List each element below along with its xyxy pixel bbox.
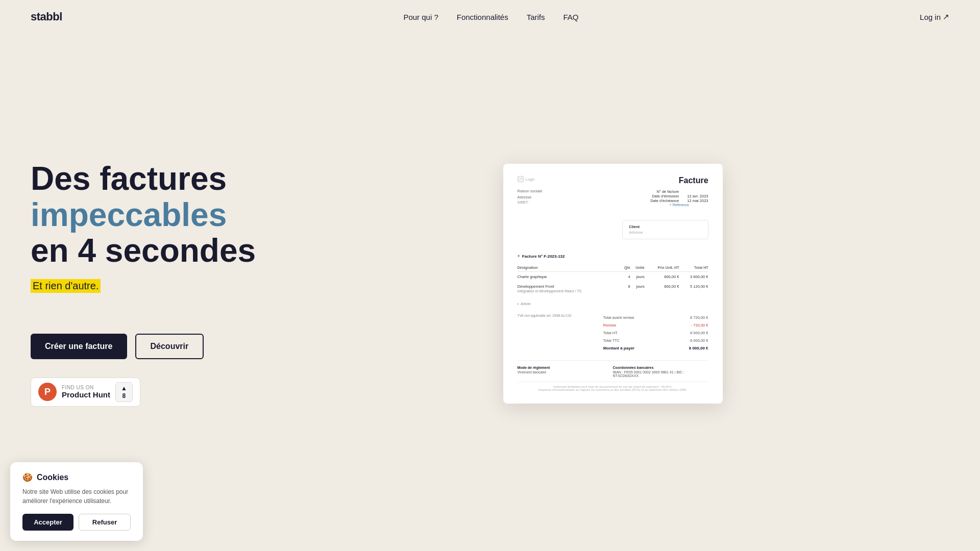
total-ttc-label: Total TTC [603, 338, 620, 343]
montant-a-payer: Montant à payer 8 000,00 € [603, 344, 708, 352]
remise-value: - 720,00 € [691, 323, 708, 328]
image-icon [518, 176, 524, 182]
login-link[interactable]: Log in ↗ [920, 12, 949, 21]
siret-field: SIRET : [518, 201, 543, 204]
invoice-meta-row: N° de facture Date d'émission Date d'éch… [650, 189, 708, 203]
hero-title-accent: impeccables [31, 196, 227, 233]
nav-link-faq[interactable]: FAQ [564, 13, 579, 21]
invoice-logo-box: Logo [518, 176, 543, 182]
login-label: Log in [920, 13, 941, 21]
invoice-title: Facture [650, 176, 708, 185]
cookie-title: 🍪 Cookies [22, 472, 131, 482]
invoice-number: + Facture N° F-2023-132 [518, 254, 708, 259]
total-ttc: Total TTC 8 000,00 € [603, 337, 708, 344]
row2-designation: Développement Front Intégration et dével… [518, 282, 621, 296]
cookie-description: Notre site Web utilise des cookies pour … [22, 487, 131, 506]
product-hunt-badge[interactable]: P FIND US ON Product Hunt ▲ 8 [31, 378, 140, 407]
montant-label: Montant à payer [603, 346, 634, 350]
upvote-count: 8 [122, 392, 126, 399]
col-price: Prix Unit. HT [645, 264, 679, 272]
discover-button[interactable]: Découvrir [135, 334, 204, 359]
invoice-labels: N° de facture Date d'émission Date d'éch… [650, 189, 679, 203]
row2-unit: jours [630, 282, 645, 296]
invoice-table: Désignation Qté Unité Prix Unit. HT Tota… [518, 264, 708, 296]
bank-col: Coordonnées bancaires IBAN : FR35 0001 0… [613, 366, 708, 378]
table-header-row: Désignation Qté Unité Prix Unit. HT Tota… [518, 264, 708, 272]
nav-links: Pour qui ? Fonctionnalités Tarifs FAQ [403, 13, 578, 21]
invoice-preview: Logo Raison sociale Adresse SIRET : Fact… [503, 164, 723, 404]
col-qty: Qté [621, 264, 630, 272]
total-avant-remise: Total avant remise 8 720,00 € [603, 314, 708, 321]
create-invoice-button[interactable]: Créer une facture [31, 334, 127, 359]
invoice-ref-link[interactable]: + Référence [650, 203, 708, 207]
row2-total: 5 120,00 € [679, 282, 708, 296]
tva-note: TVA non applicable art. 293B du CGI [518, 314, 572, 317]
footer-note2: Dispensé d'immatriculation au registre d… [518, 388, 708, 391]
total-ht: Total HT 8 000,00 € [603, 329, 708, 337]
hero-title-line3: en 4 secondes [31, 232, 256, 269]
invoice-footer-note: Indemnité forfaitaire pour frais de reco… [518, 382, 708, 391]
invoice-values: 12 avr. 2023 12 mai 2023 [687, 189, 708, 203]
client-address: Adresse [629, 230, 701, 235]
company-info: Raison sociale Adresse [518, 188, 543, 201]
cookie-buttons: Accepter Refuser [22, 514, 131, 531]
hero-content: Des factures impeccables en 4 secondes E… [31, 161, 256, 406]
cookie-emoji: 🍪 [22, 472, 33, 482]
external-link-icon: ↗ [943, 12, 949, 21]
total-avant-label: Total avant remise [603, 315, 634, 320]
invoice-logo-label: Logo [526, 177, 535, 182]
table-row: Développement Front Intégration et dével… [518, 282, 708, 296]
hero-section: Des factures impeccables en 4 secondes E… [0, 34, 980, 544]
product-hunt-upvote[interactable]: ▲ 8 [115, 382, 133, 402]
company-name: Raison sociale Adresse [518, 188, 543, 201]
client-box: Client Adresse [622, 220, 708, 239]
hero-title: Des factures impeccables en 4 secondes [31, 161, 256, 268]
hero-title-line1: Des factures [31, 160, 227, 197]
invoice-header: Logo Raison sociale Adresse SIRET : Fact… [518, 176, 708, 212]
cookie-banner: 🍪 Cookies Notre site Web utilise des coo… [10, 462, 143, 541]
upvote-icon: ▲ [121, 385, 127, 392]
cookie-refuse-button[interactable]: Refuser [79, 514, 131, 531]
invoice-logo-area: Logo Raison sociale Adresse SIRET : [518, 176, 543, 209]
brand-logo[interactable]: stabbl [31, 10, 62, 23]
invoice-footer: Mode de règlement Virement bancaire Coor… [518, 360, 708, 378]
payment-title: Mode de règlement [518, 366, 613, 369]
row1-total: 3 600,00 € [679, 272, 708, 282]
remise-label: Remise [603, 323, 616, 328]
col-unit: Unité [630, 264, 645, 272]
total-remise: Remise - 720,00 € [603, 321, 708, 329]
invoice-totals: Total avant remise 8 720,00 € Remise - 7… [603, 314, 708, 352]
row2-price: 800,00 € [645, 282, 679, 296]
row1-qty: 4 [621, 272, 630, 282]
svg-point-1 [521, 178, 522, 179]
plus-icon: ▪ [518, 302, 519, 306]
table-row: Charte graphique 4 jours 800,00 € 3 600,… [518, 272, 708, 282]
navigation: stabbl Pour qui ? Fonctionnalités Tarifs… [0, 0, 980, 34]
client-label: Client [629, 224, 701, 229]
montant-value: 8 000,00 € [689, 346, 708, 350]
add-article[interactable]: ▪ Article [518, 302, 708, 306]
row1-designation: Charte graphique [518, 272, 621, 282]
nav-link-tarifs[interactable]: Tarifs [527, 13, 545, 21]
invoice-preview-container: Logo Raison sociale Adresse SIRET : Fact… [256, 164, 949, 404]
nav-link-fonctionnalites[interactable]: Fonctionnalités [457, 13, 508, 21]
product-hunt-text: FIND US ON Product Hunt [62, 385, 110, 399]
bank-value: IBAN : FR35 0001 0002 3000 9881 41 / BIC… [613, 370, 708, 378]
nav-link-pourqui[interactable]: Pour qui ? [403, 13, 438, 21]
invoice-meta-right: Facture N° de facture Date d'émission Da… [650, 176, 708, 212]
product-hunt-letter: P [44, 387, 51, 397]
product-hunt-logo: P [38, 383, 57, 401]
total-ttc-value: 8 000,00 € [690, 338, 708, 343]
hero-buttons: Créer une facture Découvrir [31, 334, 256, 359]
row2-qty: 8 [621, 282, 630, 296]
cookie-title-text: Cookies [37, 473, 68, 482]
total-avant-value: 8 720,00 € [690, 315, 708, 320]
product-hunt-name: Product Hunt [62, 390, 110, 399]
invoice-meta-details: N° de facture Date d'émission Date d'éch… [650, 189, 708, 203]
add-article-label: Article [521, 302, 530, 306]
product-hunt-find-us: FIND US ON [62, 385, 110, 390]
cookie-accept-button[interactable]: Accepter [22, 514, 74, 531]
row1-unit: jours [630, 272, 645, 282]
col-total: Total HT [679, 264, 708, 272]
total-ht-value: 8 000,00 € [690, 331, 708, 335]
